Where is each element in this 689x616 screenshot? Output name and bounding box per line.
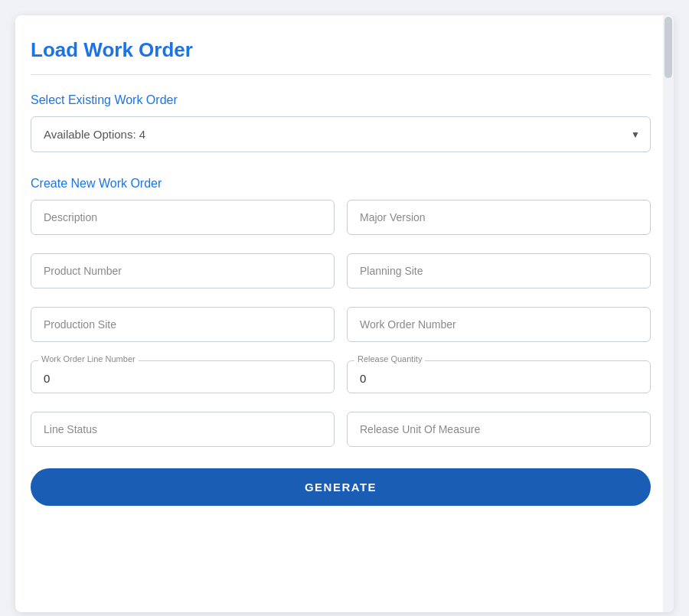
line-status-input[interactable]: [31, 412, 335, 447]
form-grid-row4: Work Order Line Number Release Quantity: [31, 360, 651, 393]
work-order-line-number-wrapper: Work Order Line Number: [31, 360, 335, 393]
select-section-label: Select Existing Work Order: [31, 93, 651, 107]
form-grid-row2: [31, 253, 651, 288]
product-number-input[interactable]: [31, 253, 335, 288]
scrollbar-track: [663, 15, 674, 612]
select-wrapper: Available Options: 4Option 1Option 2Opti…: [31, 116, 651, 152]
form-grid-row3: [31, 307, 651, 342]
form-grid-row5: [31, 412, 651, 447]
page-title: Load Work Order: [31, 38, 651, 75]
scrollbar-thumb[interactable]: [665, 17, 672, 78]
work-order-line-number-input[interactable]: [31, 360, 335, 393]
work-order-line-number-label: Work Order Line Number: [38, 354, 139, 363]
description-input[interactable]: [31, 200, 335, 235]
existing-work-order-select[interactable]: Available Options: 4Option 1Option 2Opti…: [31, 116, 651, 152]
major-version-input[interactable]: [347, 200, 651, 235]
work-order-number-input[interactable]: [347, 307, 651, 342]
main-card: Load Work Order Select Existing Work Ord…: [15, 15, 674, 612]
release-quantity-input[interactable]: [347, 360, 651, 393]
planning-site-input[interactable]: [347, 253, 651, 288]
create-section-label: Create New Work Order: [31, 177, 651, 191]
production-site-input[interactable]: [31, 307, 335, 342]
release-quantity-label: Release Quantity: [354, 354, 425, 363]
generate-button[interactable]: GENERATE: [31, 468, 651, 506]
form-grid-row1: [31, 200, 651, 235]
release-uom-input[interactable]: [347, 412, 651, 447]
release-quantity-wrapper: Release Quantity: [347, 360, 651, 393]
